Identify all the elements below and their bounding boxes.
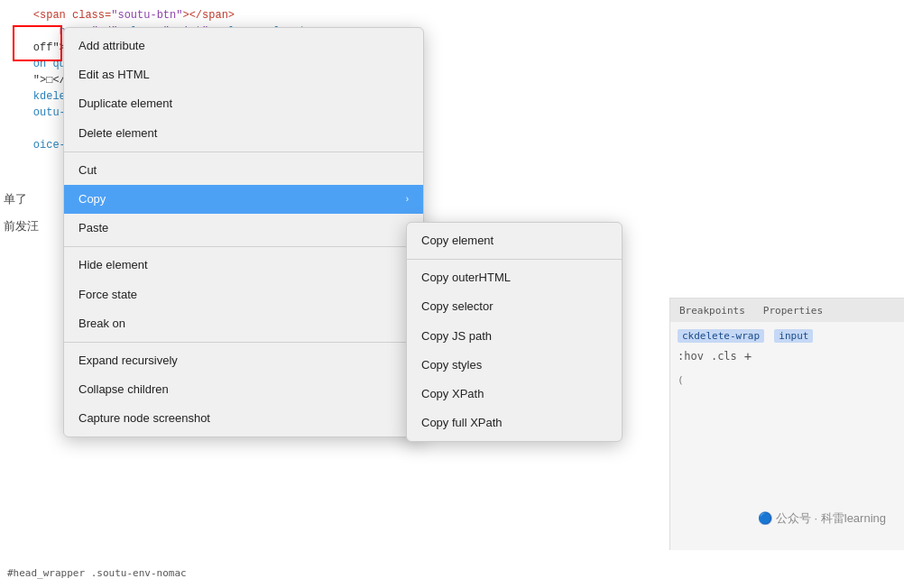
code-tag: <span class="soutu-btn"></span> xyxy=(33,9,235,22)
menu-item-break-on[interactable]: Break on › xyxy=(64,309,423,338)
input-badge: input xyxy=(774,329,813,343)
menu-item-paste[interactable]: Paste xyxy=(64,214,423,243)
copy-submenu: Copy element Copy outerHTML Copy selecto… xyxy=(406,222,623,442)
menu-item-capture[interactable]: Capture node screenshot xyxy=(64,404,423,433)
menu-item-hide[interactable]: Hide element xyxy=(64,251,423,280)
menu-item-cut[interactable]: Cut xyxy=(64,156,423,185)
code-line-1: <span class="soutu-btn"></span> xyxy=(7,7,897,23)
panel-body: ckdelete-wrap input :hov .cls + ( xyxy=(670,322,904,393)
menu-item-copy[interactable]: Copy › xyxy=(64,185,423,214)
plus-btn[interactable]: + xyxy=(744,349,752,363)
tab-properties[interactable]: Properties xyxy=(754,301,832,320)
hov-btn[interactable]: :hov xyxy=(678,350,704,363)
tag-badge: ckdelete-wrap xyxy=(678,329,764,343)
tag-row: ckdelete-wrap input xyxy=(678,329,897,342)
chinese-text-1: 单了 xyxy=(2,189,29,209)
copy-arrow: › xyxy=(406,193,409,206)
submenu-copy-styles[interactable]: Copy styles xyxy=(407,351,622,380)
separator-2 xyxy=(64,246,423,247)
watermark: 🔵 公众号 · 科雷learning xyxy=(758,510,886,527)
separator-3 xyxy=(64,342,423,343)
submenu-copy-selector[interactable]: Copy selector xyxy=(407,292,622,321)
toolbar-row: :hov .cls + xyxy=(678,349,897,363)
menu-item-force-state[interactable]: Force state › xyxy=(64,280,423,309)
separator-1 xyxy=(64,152,423,152)
tab-breakpoints[interactable]: Breakpoints xyxy=(670,301,754,320)
context-menu: Add attribute Edit as HTML Duplicate ele… xyxy=(63,27,424,437)
menu-item-edit-html[interactable]: Edit as HTML xyxy=(64,60,423,89)
panel-tabs-right: Breakpoints Properties xyxy=(670,299,904,322)
submenu-copy-element[interactable]: Copy element xyxy=(407,226,622,255)
cls-btn[interactable]: .cls xyxy=(711,350,737,363)
menu-item-collapse[interactable]: Collapse children xyxy=(64,375,423,404)
menu-item-delete[interactable]: Delete element xyxy=(64,119,423,148)
submenu-copy-full-xpath[interactable]: Copy full XPath xyxy=(407,409,622,437)
menu-item-duplicate[interactable]: Duplicate element xyxy=(64,89,423,118)
bracket: ( xyxy=(678,374,897,386)
menu-item-expand[interactable]: Expand recursively xyxy=(64,346,423,375)
bottom-code: #head_wrapper .soutu-env-nomac xyxy=(7,567,187,579)
submenu-copy-jspath[interactable]: Copy JS path xyxy=(407,322,622,351)
submenu-copy-xpath[interactable]: Copy XPath xyxy=(407,380,622,409)
submenu-separator-1 xyxy=(407,259,622,260)
submenu-copy-outerhtml[interactable]: Copy outerHTML xyxy=(407,263,622,292)
menu-item-add-attribute[interactable]: Add attribute xyxy=(64,32,423,60)
chinese-text-2: 前发汪 xyxy=(2,216,41,236)
